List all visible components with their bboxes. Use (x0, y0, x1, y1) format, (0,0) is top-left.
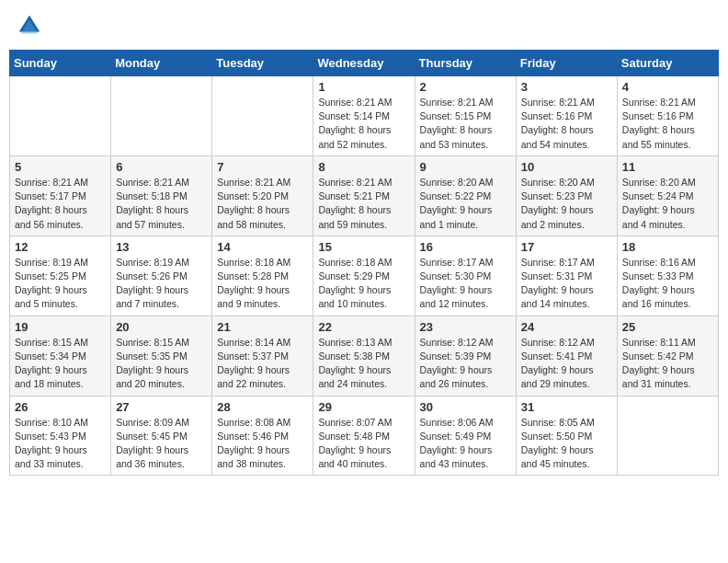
day-info: Sunrise: 8:15 AM Sunset: 5:35 PM Dayligh… (116, 336, 207, 392)
day-number: 27 (116, 400, 207, 414)
column-header-tuesday: Tuesday (212, 51, 313, 76)
day-cell: 18Sunrise: 8:16 AM Sunset: 5:33 PM Dayli… (617, 236, 718, 316)
day-info: Sunrise: 8:21 AM Sunset: 5:18 PM Dayligh… (116, 176, 207, 232)
day-info: Sunrise: 8:21 AM Sunset: 5:14 PM Dayligh… (318, 96, 409, 152)
day-cell: 5Sunrise: 8:21 AM Sunset: 5:17 PM Daylig… (10, 155, 111, 236)
day-cell: 24Sunrise: 8:12 AM Sunset: 5:41 PM Dayli… (516, 316, 617, 396)
day-info: Sunrise: 8:20 AM Sunset: 5:24 PM Dayligh… (622, 176, 713, 232)
day-number: 6 (116, 160, 207, 174)
day-number: 20 (116, 320, 207, 334)
day-number: 22 (318, 320, 409, 334)
day-cell: 13Sunrise: 8:19 AM Sunset: 5:26 PM Dayli… (111, 236, 212, 316)
column-header-thursday: Thursday (415, 51, 516, 76)
day-number: 15 (318, 240, 409, 254)
day-info: Sunrise: 8:20 AM Sunset: 5:22 PM Dayligh… (420, 176, 511, 232)
day-number: 23 (420, 320, 511, 334)
day-number: 9 (420, 160, 511, 174)
day-cell: 12Sunrise: 8:19 AM Sunset: 5:25 PM Dayli… (10, 236, 111, 316)
day-info: Sunrise: 8:21 AM Sunset: 5:20 PM Dayligh… (217, 176, 308, 232)
day-info: Sunrise: 8:17 AM Sunset: 5:31 PM Dayligh… (521, 256, 612, 312)
day-info: Sunrise: 8:18 AM Sunset: 5:29 PM Dayligh… (318, 256, 409, 312)
day-cell: 27Sunrise: 8:09 AM Sunset: 5:45 PM Dayli… (111, 396, 212, 476)
day-cell: 8Sunrise: 8:21 AM Sunset: 5:21 PM Daylig… (313, 155, 415, 236)
day-info: Sunrise: 8:10 AM Sunset: 5:43 PM Dayligh… (15, 416, 106, 472)
calendar-table: SundayMondayTuesdayWednesdayThursdayFrid… (9, 50, 719, 476)
day-number: 3 (521, 80, 612, 94)
column-header-wednesday: Wednesday (313, 51, 415, 76)
day-number: 14 (217, 240, 308, 254)
page-header (9, 9, 719, 42)
day-info: Sunrise: 8:13 AM Sunset: 5:38 PM Dayligh… (318, 336, 409, 392)
day-info: Sunrise: 8:19 AM Sunset: 5:25 PM Dayligh… (15, 256, 106, 312)
week-row-1: 1Sunrise: 8:21 AM Sunset: 5:14 PM Daylig… (10, 76, 719, 156)
day-info: Sunrise: 8:18 AM Sunset: 5:28 PM Dayligh… (217, 256, 308, 312)
day-info: Sunrise: 8:08 AM Sunset: 5:46 PM Dayligh… (217, 416, 308, 472)
day-cell (111, 76, 212, 156)
day-cell: 25Sunrise: 8:11 AM Sunset: 5:42 PM Dayli… (617, 316, 718, 396)
week-row-4: 19Sunrise: 8:15 AM Sunset: 5:34 PM Dayli… (10, 316, 719, 396)
header-row: SundayMondayTuesdayWednesdayThursdayFrid… (10, 51, 719, 76)
day-cell: 30Sunrise: 8:06 AM Sunset: 5:49 PM Dayli… (415, 396, 516, 476)
day-cell: 20Sunrise: 8:15 AM Sunset: 5:35 PM Dayli… (111, 316, 212, 396)
week-row-3: 12Sunrise: 8:19 AM Sunset: 5:25 PM Dayli… (10, 236, 719, 316)
day-number: 4 (622, 80, 713, 94)
day-cell (617, 396, 718, 476)
day-cell: 1Sunrise: 8:21 AM Sunset: 5:14 PM Daylig… (313, 76, 415, 156)
day-cell: 22Sunrise: 8:13 AM Sunset: 5:38 PM Dayli… (313, 316, 415, 396)
day-number: 16 (420, 240, 511, 254)
day-cell: 23Sunrise: 8:12 AM Sunset: 5:39 PM Dayli… (415, 316, 516, 396)
day-number: 31 (521, 400, 612, 414)
day-cell: 6Sunrise: 8:21 AM Sunset: 5:18 PM Daylig… (111, 155, 212, 236)
day-number: 24 (521, 320, 612, 334)
day-info: Sunrise: 8:15 AM Sunset: 5:34 PM Dayligh… (15, 336, 106, 392)
day-info: Sunrise: 8:11 AM Sunset: 5:42 PM Dayligh… (622, 336, 713, 392)
calendar-header: SundayMondayTuesdayWednesdayThursdayFrid… (10, 51, 719, 76)
day-info: Sunrise: 8:07 AM Sunset: 5:48 PM Dayligh… (318, 416, 409, 472)
day-info: Sunrise: 8:12 AM Sunset: 5:39 PM Dayligh… (420, 336, 511, 392)
day-info: Sunrise: 8:09 AM Sunset: 5:45 PM Dayligh… (116, 416, 207, 472)
day-cell: 7Sunrise: 8:21 AM Sunset: 5:20 PM Daylig… (212, 155, 313, 236)
day-cell: 9Sunrise: 8:20 AM Sunset: 5:22 PM Daylig… (415, 155, 516, 236)
day-number: 1 (318, 80, 409, 94)
day-number: 28 (217, 400, 308, 414)
day-cell: 15Sunrise: 8:18 AM Sunset: 5:29 PM Dayli… (313, 236, 415, 316)
day-info: Sunrise: 8:17 AM Sunset: 5:30 PM Dayligh… (420, 256, 511, 312)
day-info: Sunrise: 8:21 AM Sunset: 5:16 PM Dayligh… (521, 96, 612, 152)
day-cell: 29Sunrise: 8:07 AM Sunset: 5:48 PM Dayli… (313, 396, 415, 476)
day-number: 30 (420, 400, 511, 414)
day-info: Sunrise: 8:21 AM Sunset: 5:17 PM Dayligh… (15, 176, 106, 232)
day-cell: 4Sunrise: 8:21 AM Sunset: 5:16 PM Daylig… (617, 76, 718, 156)
day-number: 7 (217, 160, 308, 174)
day-info: Sunrise: 8:21 AM Sunset: 5:15 PM Dayligh… (420, 96, 511, 152)
day-cell: 14Sunrise: 8:18 AM Sunset: 5:28 PM Dayli… (212, 236, 313, 316)
column-header-saturday: Saturday (617, 51, 718, 76)
day-cell: 19Sunrise: 8:15 AM Sunset: 5:34 PM Dayli… (10, 316, 111, 396)
day-info: Sunrise: 8:05 AM Sunset: 5:50 PM Dayligh… (521, 416, 612, 472)
column-header-friday: Friday (516, 51, 617, 76)
day-info: Sunrise: 8:20 AM Sunset: 5:23 PM Dayligh… (521, 176, 612, 232)
day-cell: 31Sunrise: 8:05 AM Sunset: 5:50 PM Dayli… (516, 396, 617, 476)
day-cell: 2Sunrise: 8:21 AM Sunset: 5:15 PM Daylig… (415, 76, 516, 156)
day-number: 12 (15, 240, 106, 254)
day-cell (10, 76, 111, 156)
day-cell: 28Sunrise: 8:08 AM Sunset: 5:46 PM Dayli… (212, 396, 313, 476)
day-number: 21 (217, 320, 308, 334)
day-cell: 10Sunrise: 8:20 AM Sunset: 5:23 PM Dayli… (516, 155, 617, 236)
day-cell: 11Sunrise: 8:20 AM Sunset: 5:24 PM Dayli… (617, 155, 718, 236)
column-header-sunday: Sunday (10, 51, 111, 76)
day-cell: 21Sunrise: 8:14 AM Sunset: 5:37 PM Dayli… (212, 316, 313, 396)
day-info: Sunrise: 8:21 AM Sunset: 5:21 PM Dayligh… (318, 176, 409, 232)
day-info: Sunrise: 8:16 AM Sunset: 5:33 PM Dayligh… (622, 256, 713, 312)
day-cell: 16Sunrise: 8:17 AM Sunset: 5:30 PM Dayli… (415, 236, 516, 316)
day-info: Sunrise: 8:14 AM Sunset: 5:37 PM Dayligh… (217, 336, 308, 392)
day-number: 25 (622, 320, 713, 334)
day-number: 2 (420, 80, 511, 94)
column-header-monday: Monday (111, 51, 212, 76)
logo (17, 13, 44, 39)
day-info: Sunrise: 8:06 AM Sunset: 5:49 PM Dayligh… (420, 416, 511, 472)
day-cell: 26Sunrise: 8:10 AM Sunset: 5:43 PM Dayli… (10, 396, 111, 476)
day-number: 5 (15, 160, 106, 174)
day-cell: 17Sunrise: 8:17 AM Sunset: 5:31 PM Dayli… (516, 236, 617, 316)
calendar-body: 1Sunrise: 8:21 AM Sunset: 5:14 PM Daylig… (10, 76, 719, 476)
day-cell: 3Sunrise: 8:21 AM Sunset: 5:16 PM Daylig… (516, 76, 617, 156)
